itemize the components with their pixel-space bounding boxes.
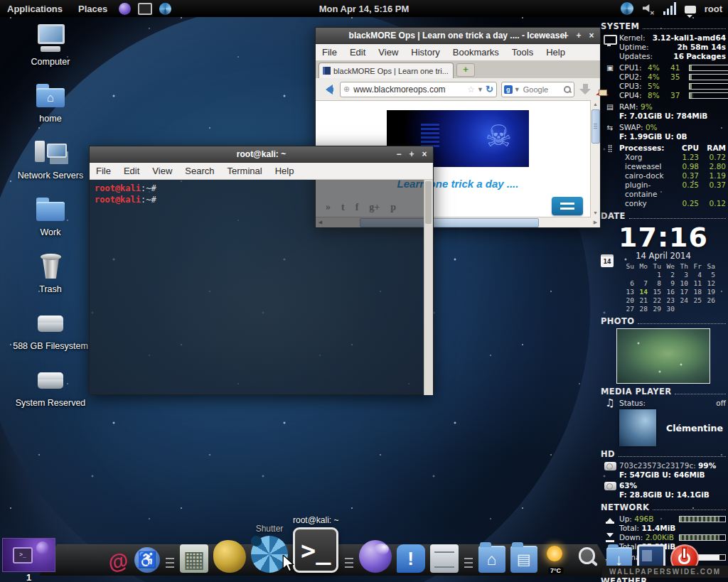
kernel-value: 3.12-kali1-amd64 xyxy=(653,33,726,43)
desktop-icon-work[interactable]: Work xyxy=(7,195,94,252)
dock-item-gimp[interactable] xyxy=(213,540,246,573)
search-icon xyxy=(574,546,601,573)
dock-item-search[interactable] xyxy=(574,546,601,573)
desktop-icon-system-reserved[interactable]: System Reserved xyxy=(7,365,94,422)
kali-icon[interactable] xyxy=(621,2,633,15)
iceweasel-icon xyxy=(359,540,392,573)
terminal-close-button[interactable]: × xyxy=(419,149,430,159)
network-signal-icon[interactable] xyxy=(663,2,676,15)
terminal-titlebar[interactable]: root@kali: ~ −+× xyxy=(90,146,433,163)
browser-window-buttons: −+× xyxy=(560,28,597,43)
calendar-header-row: SuMoTuWeThFrSa xyxy=(621,262,726,271)
url-bar[interactable]: ⊕ ☆ ▼ ↻ xyxy=(340,82,497,97)
iceweasel-icon[interactable] xyxy=(119,3,131,15)
url-dropdown-icon[interactable]: ▼ xyxy=(477,86,483,93)
panel-clock[interactable]: Mon Apr 14, 5:16 PM xyxy=(319,4,410,14)
cpu-rows: CPU1:4%41CPU2:4%35CPU3:5%CPU4:8%37 xyxy=(619,63,728,100)
bookmark-star-icon[interactable]: ☆ xyxy=(467,85,475,95)
google-engine-icon[interactable]: g xyxy=(504,85,513,94)
browser-minimize-button[interactable]: − xyxy=(560,31,572,41)
downloads-icon[interactable] xyxy=(579,82,592,97)
panel-username[interactable]: root xyxy=(705,4,722,14)
calendar-grid: SuMoTuWeThFrSa12345678910111213141516171… xyxy=(621,262,726,313)
engine-dropdown-icon[interactable]: ▼ xyxy=(514,86,520,93)
terminal-menu-file[interactable]: File xyxy=(90,166,117,176)
terminal-menu-view[interactable]: View xyxy=(146,166,178,176)
page-menu-button[interactable] xyxy=(552,197,583,215)
terminal-menu-search[interactable]: Search xyxy=(178,166,220,176)
search-bar[interactable]: g ▼ xyxy=(501,82,574,97)
browser-menu-bookmarks[interactable]: Bookmarks xyxy=(446,47,505,58)
terminal-menu-edit[interactable]: Edit xyxy=(117,166,146,176)
browser-menu-history[interactable]: History xyxy=(405,47,446,58)
terminal-prompt-line: root@kali:~# xyxy=(95,194,428,205)
dock-item-file-cabinet[interactable] xyxy=(430,544,459,573)
process-table: Xorg1.230.72iceweasel0.982.80cairo-dock0… xyxy=(619,153,726,208)
process-row: Xorg1.230.72 xyxy=(619,153,726,162)
chat-icon[interactable] xyxy=(685,6,696,14)
scroll-up-icon[interactable]: ▲ xyxy=(591,100,600,109)
weather-icon: 7°C xyxy=(542,546,569,573)
search-go-icon[interactable] xyxy=(563,85,572,94)
browser-home-icon[interactable] xyxy=(596,83,609,96)
terminal-icon[interactable] xyxy=(138,3,152,15)
folder-icon xyxy=(33,195,68,226)
dock-item-calculator[interactable] xyxy=(180,544,208,573)
desktop-icon-network-servers[interactable]: Network Servers xyxy=(7,138,94,195)
desktop-icon-computer[interactable]: Computer xyxy=(7,24,94,81)
music-note-icon: ♫ xyxy=(601,399,619,408)
desktop-icon-trash[interactable]: Trash xyxy=(7,252,94,308)
browser-tab-active[interactable]: blackMORE Ops | Learn one tri... xyxy=(318,63,454,78)
kali-icon[interactable] xyxy=(159,3,171,15)
processes-icon: ⣿ xyxy=(601,144,619,208)
dock-item-messages[interactable] xyxy=(397,544,425,573)
browser-menu-help[interactable]: Help xyxy=(540,47,572,58)
calendar-week-row: 6789101112 xyxy=(621,279,726,288)
dock-item-weather[interactable]: 7°C xyxy=(542,546,569,573)
dock-item-accessibility[interactable] xyxy=(134,547,160,573)
prompt-user: root@kali xyxy=(95,195,141,205)
debian-icon xyxy=(107,550,129,573)
terminal-minimize-button[interactable]: − xyxy=(393,149,405,159)
scroll-right-icon[interactable]: ▶ xyxy=(591,217,600,227)
dock-item-debian[interactable] xyxy=(107,550,129,573)
browser-menu-tools[interactable]: Tools xyxy=(505,47,540,58)
terminal-window-title: root@kali: ~ xyxy=(90,149,433,159)
calendar-icon: 14 xyxy=(601,254,614,267)
dock-item-home-folder[interactable] xyxy=(478,546,505,573)
section-header-media-player: MEDIA PLAYER xyxy=(601,387,726,397)
vertical-scroll-thumb[interactable] xyxy=(592,109,600,144)
browser-menu-file[interactable]: File xyxy=(316,47,343,58)
browser-close-button[interactable]: × xyxy=(586,31,597,41)
new-tab-button[interactable]: + xyxy=(456,63,475,77)
dock-item-terminal[interactable]: root@kali: ~ xyxy=(293,515,339,573)
prompt-user: root@kali xyxy=(95,183,141,193)
terminal-maximize-button[interactable]: + xyxy=(406,149,417,159)
browser-vertical-scrollbar[interactable]: ▲ ▼ xyxy=(590,100,600,217)
terminal-menu-help[interactable]: Help xyxy=(269,166,301,176)
dock-item-iceweasel[interactable] xyxy=(359,540,392,573)
reload-icon[interactable]: ↻ xyxy=(486,84,493,95)
back-button-icon[interactable] xyxy=(320,82,336,97)
dock-item-documents-folder[interactable] xyxy=(510,546,537,573)
desktop-icon-588-gb-filesystem[interactable]: 588 GB Filesystem xyxy=(7,308,94,365)
menu-places[interactable]: Places xyxy=(78,4,107,14)
terminal-icon xyxy=(293,527,338,573)
browser-menu-edit[interactable]: Edit xyxy=(343,47,372,58)
volume-muted-icon[interactable] xyxy=(642,2,655,15)
panel-status-icons xyxy=(621,2,696,15)
hd-drives: 703c23573c23179c: 99%F: 547GiB U: 646MiB… xyxy=(601,461,726,500)
terminal-menu-terminal[interactable]: Terminal xyxy=(221,166,269,176)
workspace-switcher[interactable]: >_ 1 xyxy=(2,538,55,572)
desktop-icon-home[interactable]: home xyxy=(7,81,94,138)
menu-applications[interactable]: Applications xyxy=(7,4,63,14)
scroll-down-icon[interactable]: ▼ xyxy=(591,209,600,217)
browser-menu-view[interactable]: View xyxy=(372,47,405,58)
terminal-body[interactable]: root@kali:~#root@kali:~# xyxy=(90,180,433,395)
browser-maximize-button[interactable]: + xyxy=(573,31,584,41)
browser-titlebar[interactable]: blackMORE Ops | Learn one trick a day ..… xyxy=(316,28,600,44)
dock-separator xyxy=(345,558,353,568)
url-input[interactable] xyxy=(352,84,465,95)
terminal-scrollbar[interactable] xyxy=(424,180,433,395)
search-input[interactable] xyxy=(522,85,562,95)
